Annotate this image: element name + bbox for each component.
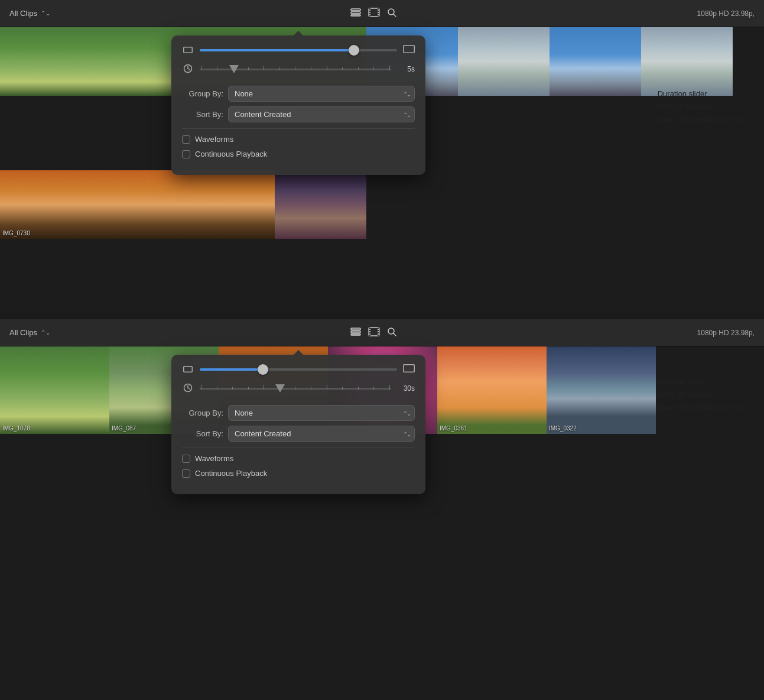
duration-row-bottom: 30s: [182, 380, 415, 397]
waveforms-row-bottom[interactable]: Waveforms: [182, 454, 415, 463]
continuous-row[interactable]: Continuous Playback: [182, 150, 415, 158]
waveforms-checkbox[interactable]: [182, 135, 190, 144]
list-item[interactable]: IMG_0730: [0, 170, 92, 239]
divider-bottom: [182, 448, 415, 448]
list-view-icon[interactable]: [350, 8, 361, 19]
all-clips-title[interactable]: All Clips ⌃⌄: [9, 9, 50, 18]
all-clips-title-bottom[interactable]: All Clips ⌃⌄: [9, 328, 50, 337]
tick: [248, 67, 249, 70]
slider-thumb[interactable]: [349, 45, 359, 56]
clip-thumbnail: [92, 170, 183, 239]
tick: [201, 66, 201, 70]
thumbnail-slider-track-bottom[interactable]: [200, 368, 397, 371]
svg-rect-14: [184, 47, 193, 53]
tick: [389, 66, 390, 70]
clock-icon-bottom: [182, 383, 194, 394]
top-toolbar: All Clips ⌃⌄: [0, 0, 764, 27]
duration-thumb-bottom[interactable]: [275, 384, 285, 393]
tick: [264, 66, 264, 70]
svg-rect-27: [369, 333, 370, 335]
tick: [373, 387, 374, 390]
bottom-panel: All Clips ⌃⌄: [0, 319, 764, 700]
clip-thumbnail: [0, 170, 92, 239]
list-item[interactable]: [458, 27, 550, 96]
list-item[interactable]: [92, 170, 183, 239]
list-item[interactable]: [183, 170, 275, 239]
thumbnail-size-row: [182, 45, 415, 55]
list-item[interactable]: IMG_0322: [547, 346, 656, 434]
list-item[interactable]: IMG_0361: [437, 346, 547, 434]
clip-filename: IMG_0322: [549, 425, 577, 432]
list-item[interactable]: [641, 27, 733, 96]
title-label: All Clips: [9, 9, 37, 18]
group-by-label: Group By:: [182, 89, 223, 98]
tick: [358, 67, 359, 70]
small-thumb-icon: [182, 46, 194, 55]
sort-by-label: Sort By:: [182, 110, 223, 119]
group-by-label-bottom: Group By:: [182, 409, 223, 417]
group-by-dropdown-bottom[interactable]: None Reel Scene: [228, 405, 415, 421]
slider-track-bg-bottom: [200, 368, 397, 371]
clip-thumbnail: [0, 27, 92, 96]
list-item[interactable]: [550, 27, 641, 96]
svg-rect-0: [351, 9, 360, 11]
bottom-annotation: Duration slider set to 30 seconds (fewer…: [656, 375, 746, 414]
group-by-select-bottom[interactable]: None Reel Scene: [228, 405, 415, 421]
sort-by-select[interactable]: Content Created Date Last Modified Name …: [228, 106, 415, 122]
list-item[interactable]: IMG_1078: [0, 346, 109, 434]
tick: [342, 67, 343, 70]
list-item[interactable]: [0, 27, 92, 96]
waveforms-row[interactable]: Waveforms: [182, 135, 415, 144]
group-by-select[interactable]: None Reel Scene: [228, 86, 415, 102]
slider-track-bg: [200, 49, 397, 51]
svg-rect-28: [378, 329, 379, 330]
tick: [311, 387, 311, 390]
tick: [264, 385, 264, 390]
thumbnail-slider-track[interactable]: [200, 49, 397, 51]
svg-rect-21: [351, 334, 360, 335]
svg-rect-26: [369, 331, 370, 332]
clip-thumbnail: [547, 346, 656, 434]
continuous-row-bottom[interactable]: Continuous Playback: [182, 469, 415, 478]
list-item[interactable]: [92, 27, 183, 96]
thumbnail-size-row-bottom: [182, 364, 415, 374]
waveforms-label: Waveforms: [195, 135, 233, 144]
tick: [248, 387, 249, 390]
sort-by-dropdown-bottom[interactable]: Content Created Date Last Modified Name …: [228, 426, 415, 442]
tick: [295, 67, 295, 70]
sort-by-row-bottom: Sort By: Content Created Date Last Modif…: [182, 426, 415, 442]
search-icon[interactable]: [387, 8, 396, 20]
clip-thumbnail: [92, 27, 183, 96]
group-by-dropdown[interactable]: None Reel Scene: [228, 86, 415, 102]
duration-thumb[interactable]: [229, 65, 239, 73]
svg-rect-20: [351, 331, 360, 333]
search-icon-bottom[interactable]: [387, 327, 396, 339]
sort-by-select-bottom[interactable]: Content Created Date Last Modified Name …: [228, 426, 415, 442]
clip-thumbnail: [458, 27, 550, 96]
duration-slider-track[interactable]: [200, 61, 391, 77]
svg-rect-19: [351, 328, 360, 330]
clip-thumbnail: [550, 27, 641, 96]
list-view-icon-bottom[interactable]: [350, 328, 361, 338]
tick: [327, 385, 327, 390]
filmstrip-icon-bottom[interactable]: [368, 327, 380, 339]
clip-thumbnail: [641, 27, 733, 96]
svg-rect-6: [369, 9, 370, 11]
tick: [327, 66, 327, 70]
top-annotation: Duration slider set to 5 seconds (more t…: [658, 88, 746, 127]
tick: [373, 67, 374, 70]
waveforms-checkbox-bottom[interactable]: [182, 455, 190, 463]
duration-slider-track-bottom[interactable]: [200, 380, 391, 397]
filmstrip-icon[interactable]: [368, 8, 380, 20]
sort-by-dropdown[interactable]: Content Created Date Last Modified Name …: [228, 106, 415, 122]
resolution-label: 1080p HD 23.98p,: [697, 9, 755, 18]
bottom-popover: 30s Group By: None Reel Scene Sort By: C…: [171, 355, 425, 494]
svg-rect-11: [378, 14, 379, 15]
list-item[interactable]: [275, 170, 366, 239]
continuous-checkbox-bottom[interactable]: [182, 469, 190, 478]
continuous-label: Continuous Playback: [195, 150, 267, 158]
clip-filename: IMG_0361: [440, 425, 467, 432]
small-thumb-icon-bottom: [182, 365, 194, 374]
continuous-checkbox[interactable]: [182, 150, 190, 158]
slider-thumb-bottom[interactable]: [258, 364, 268, 375]
